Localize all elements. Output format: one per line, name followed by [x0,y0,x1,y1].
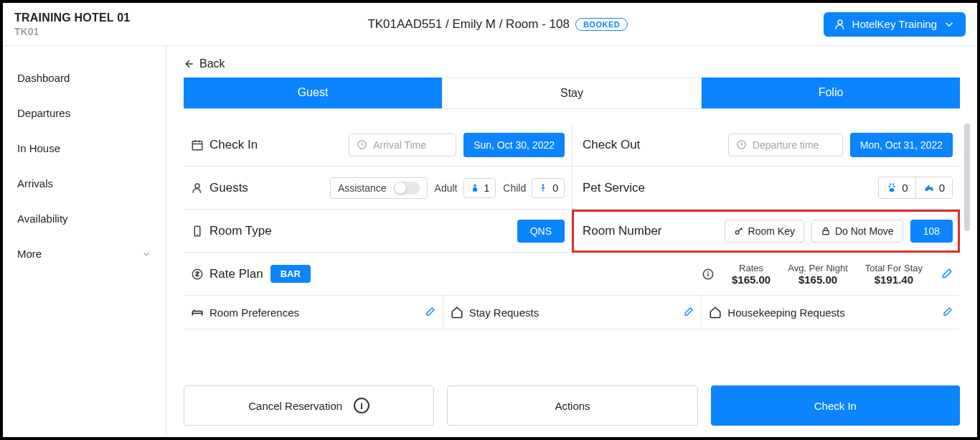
sidebar-item-label: Availability [17,212,68,225]
cancel-reservation-button[interactable]: Cancel Reservation i [184,385,434,426]
adult-count-stepper[interactable]: 1 [463,178,496,198]
sidebar-item-label: Dashboard [17,72,70,84]
dollar-icon [191,268,204,281]
svg-rect-19 [823,230,829,234]
adult-count: 1 [484,182,490,194]
svg-point-11 [889,185,891,187]
edit-icon[interactable] [682,306,694,318]
sidebar-item-arrivals[interactable]: Arrivals [3,166,166,201]
sidebar-item-departures[interactable]: Departures [3,95,166,131]
arrow-left-icon [184,58,195,70]
arrival-time-input[interactable]: Arrival Time [349,134,456,156]
hk-requests-label: Housekeeping Requests [727,306,844,319]
bed-icon [191,306,204,319]
guests-label: Guests [209,181,248,195]
checkout-date-button[interactable]: Mon, Oct 31, 2022 [850,133,953,157]
actions-button[interactable]: Actions [447,385,697,426]
svg-point-18 [735,230,739,234]
chevron-down-icon [141,249,151,259]
svg-rect-2 [192,141,202,149]
svg-point-12 [893,185,895,187]
room-number-label: Room Number [583,224,662,238]
person-icon [191,182,204,195]
breadcrumb: TK01AAD551 / Emily M / Room - 108 [367,17,570,32]
status-badge: BOOKED [575,18,628,31]
svg-point-10 [542,184,545,186]
clock-icon [357,139,367,150]
sidebar-item-label: Arrivals [17,177,53,189]
rate-plan-code[interactable]: BAR [270,265,311,283]
room-key-button[interactable]: Room Key [725,220,804,243]
device-icon [191,225,204,238]
pet-count-1: 0 [902,182,908,194]
hotel-name: TRAINING HOTEL 01 [14,11,172,24]
child-icon [538,183,548,193]
room-key-label: Room Key [748,225,795,237]
pet-service-control[interactable]: 0 0 [878,177,953,199]
sidebar-item-dashboard[interactable]: Dashboard [3,60,166,95]
svg-point-14 [892,183,894,184]
chevron-down-icon [943,18,956,31]
svg-point-15 [890,188,895,192]
room-prefs-label: Room Preferences [209,306,299,319]
child-label: Child [503,182,526,194]
checkout-label: Check Out [583,138,640,152]
user-menu-dropdown[interactable]: HotelKey Training [824,12,966,37]
lock-icon [821,226,831,236]
arrival-placeholder: Arrival Time [373,139,426,151]
svg-point-9 [473,184,476,187]
pet-service-label: Pet Service [583,181,645,195]
check-in-button[interactable]: Check In [711,385,960,426]
sidebar-item-label: More [17,248,42,260]
svg-point-0 [838,20,842,24]
edit-icon[interactable] [424,306,435,318]
edit-icon[interactable] [941,306,953,318]
total-label: Total For Stay [865,263,923,273]
service-animal-icon [923,182,935,194]
switch-icon [394,182,420,195]
room-number-button[interactable]: 108 [910,220,953,243]
pet-count-2: 0 [939,182,945,194]
key-icon [734,226,744,236]
svg-point-23 [708,271,709,272]
total-value: $191.40 [865,273,923,286]
back-button[interactable]: Back [166,46,977,78]
rates-value: $165.00 [732,273,771,286]
assistance-label: Assistance [338,182,387,194]
svg-point-13 [890,183,891,184]
sidebar-item-inhouse[interactable]: In House [3,131,166,166]
checkin-label: Check In [209,138,258,152]
scrollbar[interactable] [964,123,970,374]
calendar-icon [191,139,204,151]
adult-label: Adult [435,182,458,194]
assistance-toggle[interactable]: Assistance [330,177,428,199]
sidebar-item-more[interactable]: More [3,236,166,271]
apn-value: $165.00 [788,273,848,286]
user-label: HotelKey Training [852,18,937,30]
house-icon [451,306,463,319]
sidebar-item-availability[interactable]: Availability [3,201,166,236]
sidebar-item-label: In House [17,142,60,154]
rate-plan-label: Rate Plan [209,267,263,281]
child-count: 0 [552,182,558,194]
tab-guest[interactable]: Guest [184,78,442,108]
rates-label: Rates [732,263,771,273]
do-not-move-label: Do Not Move [835,225,894,237]
cancel-label: Cancel Reservation [248,400,342,412]
stay-requests-label: Stay Requests [469,306,540,319]
departure-placeholder: Departure time [753,139,819,151]
clock-icon [736,139,747,150]
sidebar-item-label: Departures [17,107,70,119]
tab-stay[interactable]: Stay [442,78,701,108]
info-icon[interactable] [702,268,715,281]
edit-icon[interactable] [940,268,953,281]
adult-icon [470,183,480,193]
checkin-date-button[interactable]: Sun, Oct 30, 2022 [463,133,565,157]
do-not-move-button[interactable]: Do Not Move [811,220,903,243]
paw-icon [886,182,897,194]
room-type-button[interactable]: QNS [517,220,565,243]
child-count-stepper[interactable]: 0 [532,178,565,198]
departure-time-input[interactable]: Departure time [728,134,843,156]
svg-point-8 [195,184,199,188]
tab-folio[interactable]: Folio [701,78,960,108]
